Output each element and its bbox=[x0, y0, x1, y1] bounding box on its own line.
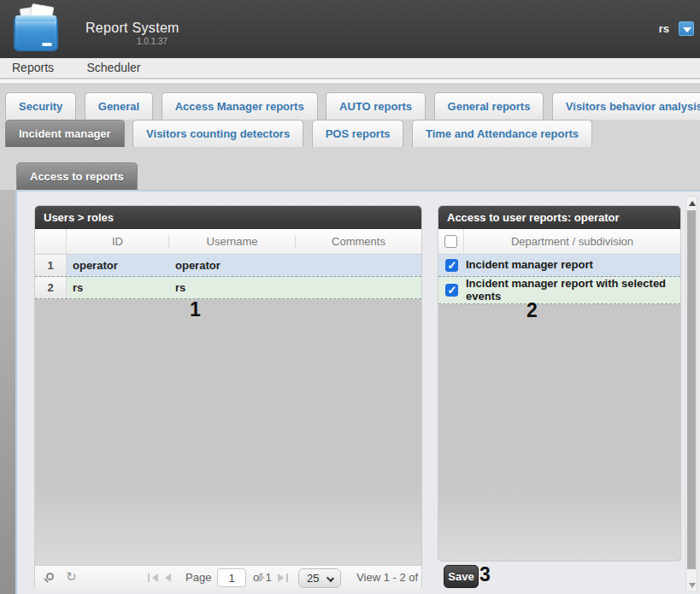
cell-username: rs bbox=[169, 277, 296, 298]
users-roles-title: Users > roles bbox=[35, 206, 421, 229]
next-page-button[interactable] bbox=[259, 573, 265, 582]
cell-comments bbox=[296, 255, 421, 276]
column-rownum[interactable] bbox=[35, 229, 67, 254]
app-header: Report System 1.0.1.37 rs bbox=[0, 0, 700, 58]
users-roles-panel: Users > roles ID Username Comments 1 ope… bbox=[34, 205, 422, 590]
annotation-2: 2 bbox=[526, 299, 538, 322]
cell-username: operator bbox=[169, 255, 296, 276]
page-size-value: 25 bbox=[307, 572, 319, 585]
table-row-rs[interactable]: 2 rs rs bbox=[35, 277, 421, 299]
select-all-checkbox[interactable] bbox=[444, 235, 457, 248]
row-number: 1 bbox=[35, 255, 67, 276]
tab-auto-reports[interactable]: AUTO reports bbox=[326, 92, 426, 120]
report-label: Incident manager report with selected ev… bbox=[464, 275, 680, 306]
tab-security[interactable]: Security bbox=[5, 92, 76, 120]
tab-access-manager-reports[interactable]: Access Manager reports bbox=[162, 92, 318, 120]
menu-item-scheduler[interactable]: Scheduler bbox=[86, 58, 140, 74]
page-label: Page bbox=[185, 571, 211, 584]
app-title: Report System bbox=[85, 21, 179, 36]
tab-incident-manager[interactable]: Incident manager bbox=[5, 120, 125, 147]
column-id[interactable]: ID bbox=[67, 235, 169, 248]
access-column-header: Department / subdivision bbox=[438, 229, 680, 255]
report-checkbox[interactable] bbox=[445, 284, 458, 297]
tab-general[interactable]: General bbox=[85, 92, 153, 120]
tab-pos-reports[interactable]: POS reports bbox=[312, 120, 404, 147]
cell-id: rs bbox=[67, 277, 169, 298]
app-logo-icon bbox=[12, 5, 63, 53]
column-department[interactable]: Department / subdivision bbox=[464, 235, 680, 248]
pager-bar: ↻ Page of 1 25 View 1 - 2 of 2 bbox=[35, 565, 421, 591]
subtab-row: Access to reports bbox=[16, 162, 138, 190]
access-grid-empty-area bbox=[438, 304, 680, 561]
refresh-icon[interactable]: ↻ bbox=[66, 569, 77, 585]
users-column-header: ID Username Comments bbox=[35, 229, 421, 255]
scrollbar-thumb[interactable] bbox=[687, 210, 696, 569]
vertical-scrollbar[interactable] bbox=[685, 196, 697, 592]
report-label: Incident manager report bbox=[464, 256, 680, 274]
view-range-label: View 1 - 2 of 2 bbox=[356, 571, 421, 584]
tab-visitors-behavior-analysis[interactable]: Visitors behavior analysis bbox=[552, 92, 700, 120]
users-grid-empty-area bbox=[35, 299, 421, 565]
chevron-down-icon bbox=[683, 27, 691, 32]
page-size-select[interactable]: 25 bbox=[298, 568, 341, 588]
annotation-3: 3 bbox=[479, 563, 491, 586]
tabs-zone: Security General Access Manager reports … bbox=[0, 83, 700, 190]
scroll-up-icon[interactable] bbox=[689, 201, 696, 206]
user-menu-button[interactable] bbox=[679, 21, 694, 36]
table-row-operator[interactable]: 1 operator operator bbox=[35, 255, 421, 277]
column-username[interactable]: Username bbox=[169, 235, 296, 248]
current-user-label: rs bbox=[659, 22, 669, 35]
prev-page-button[interactable] bbox=[165, 573, 171, 582]
access-reports-title: Access to user reports: operator bbox=[438, 206, 680, 229]
tab-general-reports[interactable]: General reports bbox=[434, 92, 544, 120]
page-number-input[interactable] bbox=[217, 568, 246, 587]
save-button[interactable]: Save bbox=[444, 565, 479, 588]
tab-visitors-counting-detectors[interactable]: Visitors counting detectors bbox=[132, 120, 303, 147]
main-panel: Users > roles ID Username Comments 1 ope… bbox=[15, 190, 700, 594]
tab-access-to-reports[interactable]: Access to reports bbox=[16, 162, 138, 190]
app-version: 1.0.1.37 bbox=[137, 37, 168, 46]
first-page-button[interactable] bbox=[148, 573, 158, 582]
tab-row-1: Security General Access Manager reports … bbox=[5, 92, 700, 120]
annotation-1: 1 bbox=[190, 298, 201, 321]
list-item-incident-manager-report[interactable]: Incident manager report bbox=[438, 255, 680, 277]
row-number: 2 bbox=[35, 277, 67, 298]
chevron-down-icon bbox=[326, 574, 334, 582]
report-checkbox[interactable] bbox=[445, 259, 458, 272]
menu-bar: Reports Scheduler bbox=[0, 58, 700, 79]
cell-id: operator bbox=[67, 255, 169, 276]
cell-comments bbox=[296, 277, 421, 298]
last-page-button[interactable] bbox=[278, 573, 288, 582]
menu-item-reports[interactable]: Reports bbox=[12, 58, 54, 74]
scroll-down-icon[interactable] bbox=[689, 583, 696, 588]
access-reports-panel: Access to user reports: operator Departm… bbox=[438, 205, 681, 562]
tab-time-and-attendance-reports[interactable]: Time and Attendance reports bbox=[412, 120, 592, 147]
list-item-incident-manager-report-selected-events[interactable]: Incident manager report with selected ev… bbox=[438, 277, 680, 304]
tab-row-2: Incident manager Visitors counting detec… bbox=[5, 120, 597, 147]
page-margin bbox=[0, 190, 15, 594]
search-icon[interactable] bbox=[46, 573, 54, 580]
column-comments[interactable]: Comments bbox=[296, 235, 421, 248]
